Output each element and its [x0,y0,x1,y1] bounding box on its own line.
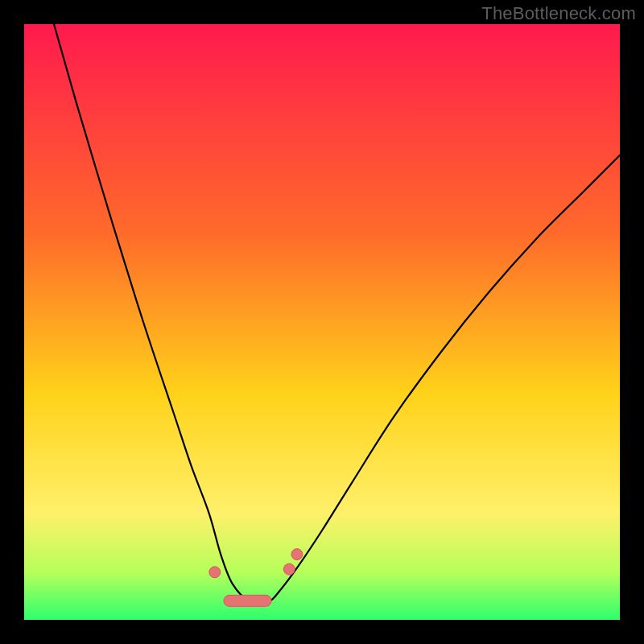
trough-dot-marker [283,564,295,575]
trough-dot-marker [209,567,221,578]
trough-dot-marker [291,549,303,560]
bottleneck-chart [24,24,620,620]
trough-bar-marker [224,595,271,606]
chart-frame: TheBottleneck.com [0,0,644,644]
watermark-text: TheBottleneck.com [481,3,636,24]
